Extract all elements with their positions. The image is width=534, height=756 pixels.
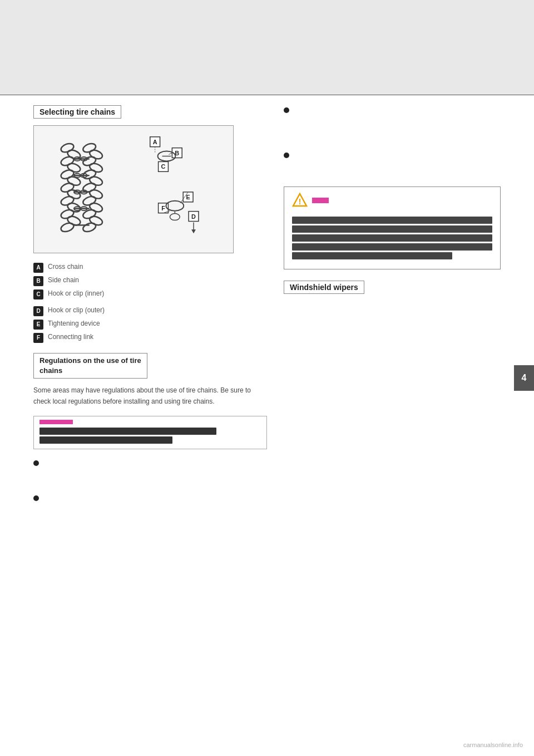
legend-item-b: B Side chain [33, 276, 267, 286]
right-bullet-1-container [284, 105, 501, 143]
legend-item-a: A Cross chain [33, 262, 267, 273]
legend-badge-f: F [33, 333, 43, 343]
legend-item-c: C Hook or clip (inner) [33, 289, 267, 300]
legend-item-e: E Tightening device [33, 319, 267, 330]
legend-badge-c: C [33, 289, 43, 300]
main-content: Selecting tire chains [0, 95, 534, 539]
right-bullet-item-1 [284, 105, 501, 143]
bullet-item-1 [33, 458, 267, 487]
chain-diagram: A B C E D [33, 125, 234, 253]
warn-l3 [292, 234, 492, 242]
warning-header: ! [292, 193, 492, 208]
legend-badge-e: E [33, 320, 43, 330]
notice-text-line2 [39, 436, 172, 444]
bottom-bullets [33, 458, 267, 522]
page-number-text: 4 [522, 373, 527, 382]
section-title-text: Selecting tire chains [39, 107, 115, 116]
right-column: ! Windshield wipers [284, 105, 501, 528]
right-bullet-2-container [284, 150, 501, 179]
bullet-dot-1 [33, 460, 39, 466]
legend-text-b: Side chain [48, 276, 79, 285]
watermark-text: carmanualsonline.info [463, 742, 523, 748]
legend-item-d: D Hook or clip (outer) [33, 306, 267, 316]
svg-text:A: A [153, 139, 157, 145]
warn-l1 [292, 217, 492, 224]
bullet-item-2 [33, 493, 267, 522]
right-bullet-dot-1 [284, 107, 289, 113]
bottom-bar: carmanualsonline.info [0, 734, 534, 756]
svg-text:D: D [191, 213, 196, 220]
legend-text-f: Connecting link [48, 332, 93, 342]
top-gray-header [0, 0, 534, 95]
warn-l4 [292, 243, 492, 251]
notice-pink-bar [39, 420, 73, 424]
legend-text-e: Tightening device [48, 319, 100, 328]
legend-list: A Cross chain B Side chain C Hook or cli… [33, 262, 267, 343]
windshield-title-text: Windshield wipers [290, 283, 358, 292]
legend-badge-a: A [33, 263, 43, 273]
warning-triangle-icon: ! [292, 193, 308, 208]
section-heading-tire-chains: Selecting tire chains [33, 105, 121, 119]
svg-text:!: ! [299, 197, 301, 206]
legend-badge-b: B [33, 276, 43, 286]
chain-diagram-svg: A B C E D [34, 126, 233, 253]
notice-text-line1 [39, 428, 216, 435]
legend-text-c: Hook or clip (inner) [48, 289, 104, 298]
regulations-body-span: Some areas may have regulations about th… [33, 386, 251, 405]
warning-box: ! [284, 186, 501, 269]
left-column: Selecting tire chains [33, 105, 267, 528]
right-bullet-item-2 [284, 150, 501, 179]
bullet-dot-2 [33, 495, 39, 501]
regulations-body-text: Some areas may have regulations about th… [33, 385, 267, 406]
windshield-heading-box: Windshield wipers [284, 281, 364, 294]
warn-l5 [292, 252, 452, 259]
notice-box-left [33, 416, 267, 449]
right-bullet-dot-2 [284, 153, 289, 158]
legend-item-f: F Connecting link [33, 332, 267, 343]
page-container: Selecting tire chains [0, 0, 534, 756]
svg-text:F: F [161, 205, 165, 212]
legend-badge-d: D [33, 306, 43, 316]
warning-body [292, 213, 492, 263]
legend-text-d: Hook or clip (outer) [48, 306, 105, 315]
regulations-title-line2: chains [39, 366, 62, 375]
page-number-tab: 4 [514, 365, 534, 391]
svg-text:E: E [186, 194, 190, 200]
svg-text:C: C [161, 163, 166, 170]
warning-pink-bar [312, 198, 329, 203]
regulations-title-line1: Regulations on the use of tire [39, 356, 141, 365]
regulations-heading-box: Regulations on the use of tire chains [33, 353, 147, 379]
warn-l2 [292, 225, 492, 233]
legend-text-a: Cross chain [48, 262, 83, 272]
